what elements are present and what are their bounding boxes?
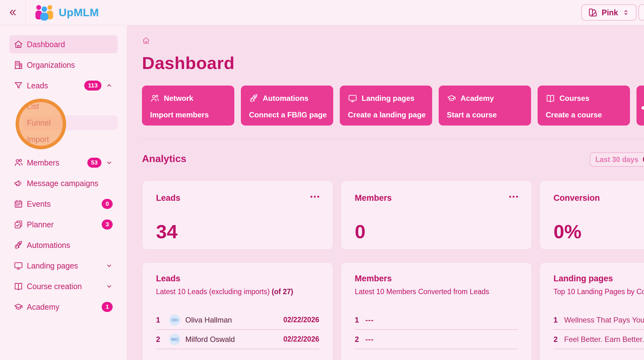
planner-count-badge: 3 [102, 219, 113, 229]
subtitle-count: (of 27) [272, 288, 293, 296]
stat-card-title: Members [355, 193, 392, 203]
action-card-subtitle: Import members [150, 111, 226, 119]
lead-row[interactable]: 1 OH Oliva Hallman 02/22/2026 [156, 310, 319, 330]
row-number: 1 [554, 316, 564, 324]
sidebar-nav: Dashboard Organizations Leads 113 List F… [0, 25, 127, 360]
list-card-subtitle: Top 10 Landing Pages by Convers [554, 288, 644, 296]
action-card-network[interactable]: Network Import members [142, 86, 234, 126]
stat-card-value: 0 [355, 220, 518, 243]
partial-card-icon [642, 106, 644, 110]
sidebar-item-dashboard[interactable]: Dashboard [9, 35, 118, 53]
members-icon [14, 158, 23, 167]
chevron-down-icon [106, 283, 113, 290]
action-card-partial[interactable] [637, 86, 644, 126]
date-range-value: 01/2 [643, 155, 644, 164]
sidebar-item-members[interactable]: Members 53 [9, 154, 118, 172]
theme-selector-value: Pink [602, 8, 618, 17]
theme-selector[interactable]: Pink [581, 4, 637, 21]
member-row[interactable]: 1 --- [355, 310, 518, 330]
sidebar-item-message-campaigns[interactable]: Message campaigns [9, 174, 118, 192]
action-card-landing-pages[interactable]: Landing pages Create a landing page [340, 86, 432, 126]
breadcrumb-home-icon[interactable] [142, 37, 150, 45]
academy-count-badge: 1 [102, 302, 113, 312]
sidebar-collapse-button[interactable] [0, 0, 26, 25]
sidebar-item-label: Leads [27, 81, 48, 90]
analytics-header: Analytics Last 30 days 01/2 [142, 153, 644, 168]
more-menu-icon[interactable] [509, 193, 518, 198]
quick-action-cards: Network Import members Automations Conne… [142, 86, 644, 126]
action-card-automations[interactable]: Automations Connect a FB/IG page [241, 86, 333, 126]
sidebar-subitem-import[interactable]: Import [23, 132, 118, 147]
list-card-subtitle: Latest 10 Members Converted from Leads [355, 288, 518, 296]
more-menu-icon[interactable] [310, 193, 319, 198]
lead-name: Oliva Hallman [185, 316, 232, 324]
lead-date: 02/22/2026 [283, 335, 319, 343]
sidebar-item-label: Academy [27, 303, 59, 312]
list-card-leads: Leads Latest 10 Leads (excluding imports… [142, 262, 333, 360]
row-number: 2 [355, 335, 365, 344]
main-content: Dashboard Network Import members Automat… [128, 25, 644, 360]
sidebar-item-automations[interactable]: Automations [9, 236, 118, 254]
action-card-subtitle: Start a course [447, 111, 523, 119]
lead-name: Milford Oswald [185, 335, 235, 344]
app-logo[interactable]: UpMLM [34, 4, 99, 21]
funnel-icon [14, 81, 23, 90]
action-card-title: Academy [461, 94, 494, 103]
analytics-stat-cards: Leads 34 Members 0 Conversion 0% [142, 180, 644, 250]
sidebar-item-label: Landing pages [27, 261, 78, 270]
graduation-cap-icon [447, 94, 456, 103]
lead-row[interactable]: 2 MO Milford Oswald 02/22/2026 [156, 330, 319, 349]
up-down-icon [622, 9, 630, 16]
monitor-icon [14, 261, 23, 270]
chevron-up-icon [106, 82, 113, 89]
sidebar-item-planner[interactable]: Planner 3 [9, 215, 118, 234]
sidebar-item-label: Organizations [27, 61, 75, 70]
sidebar-item-leads[interactable]: Leads 113 [9, 76, 118, 95]
list-card-title: Leads [156, 274, 319, 284]
action-card-subtitle: Connect a FB/IG page [249, 111, 325, 119]
avatar: MO [169, 334, 180, 345]
member-name: --- [365, 316, 374, 324]
section-divider [142, 139, 644, 139]
home-icon [14, 40, 23, 49]
landing-page-row[interactable]: 1 Wellness That Pays You Back [554, 310, 644, 330]
sidebar-item-label: Events [27, 200, 51, 209]
date-range-picker[interactable]: Last 30 days 01/2 [590, 152, 644, 167]
sidebar-item-course-creation[interactable]: Course creation [9, 277, 118, 295]
top-header: UpMLM Pink [0, 0, 644, 25]
sidebar-subitem-list[interactable]: List [23, 99, 118, 114]
calendar-icon [14, 199, 23, 209]
row-number: 2 [554, 335, 564, 344]
leads-count-badge: 113 [84, 81, 101, 91]
landing-page-row[interactable]: 2 Feel Better. Earn Better. [554, 330, 644, 349]
action-card-title: Automations [263, 94, 309, 103]
landing-page-name: Feel Better. Earn Better. [564, 335, 644, 344]
sidebar-item-events[interactable]: Events 0 [9, 195, 118, 213]
action-card-subtitle: Create a landing page [348, 111, 424, 119]
members-icon [150, 94, 159, 103]
member-name: --- [365, 335, 374, 344]
action-card-academy[interactable]: Academy Start a course [439, 86, 531, 126]
sidebar-item-organizations[interactable]: Organizations [9, 56, 118, 74]
page-title: Dashboard [142, 53, 644, 73]
monitor-icon [348, 94, 357, 103]
stat-card-title: Conversion [554, 193, 600, 203]
subitem-label: Import [27, 135, 49, 144]
action-card-courses[interactable]: Courses Create a course [538, 86, 630, 126]
sidebar-item-label: Members [27, 158, 59, 167]
analytics-heading: Analytics [142, 153, 186, 164]
date-range-preset: Last 30 days [595, 155, 638, 164]
action-card-title: Landing pages [362, 94, 414, 103]
sidebar-item-landing-pages[interactable]: Landing pages [9, 257, 118, 275]
sidebar-subitem-funnel[interactable]: Funnel [23, 116, 118, 130]
stat-card-conversion: Conversion 0% [539, 180, 644, 250]
members-count-badge: 53 [87, 158, 101, 168]
stat-card-value: 34 [156, 220, 319, 243]
sidebar-item-academy[interactable]: Academy 1 [9, 298, 118, 316]
row-number: 1 [156, 316, 167, 324]
member-row[interactable]: 2 --- [355, 330, 518, 349]
sidebar-item-label: Message campaigns [27, 179, 98, 188]
stat-card-title: Leads [156, 193, 180, 203]
header-partial-button[interactable] [638, 4, 644, 21]
sidebar-item-label: Planner [27, 220, 54, 229]
